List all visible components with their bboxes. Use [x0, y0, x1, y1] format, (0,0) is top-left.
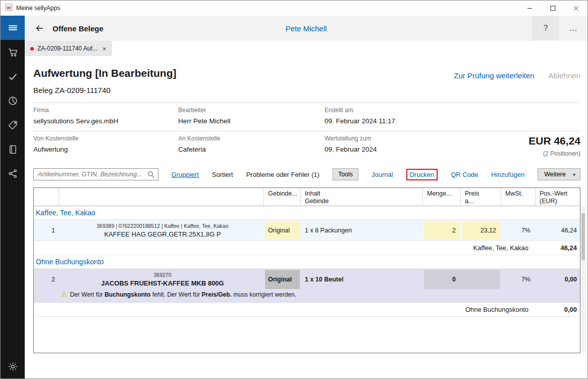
- titlebar: Meine sellyApps: [1, 1, 587, 16]
- cell-gebinde[interactable]: Original: [264, 220, 301, 241]
- sidebar: [1, 16, 25, 378]
- more-actions-button[interactable]: Weitere ▾: [538, 168, 580, 180]
- search-input[interactable]: [34, 171, 147, 178]
- cell-preis[interactable]: 23,12: [461, 220, 501, 241]
- back-button[interactable]: [32, 23, 47, 33]
- hamburger-icon: [9, 24, 17, 31]
- user-link[interactable]: Pete Michell: [286, 24, 327, 33]
- cell-mwst: 7%: [501, 220, 536, 241]
- toolbar: Gruppiert Sortiert Probleme oder Fehler …: [33, 168, 580, 180]
- field-bearbeiter: Bearbeiter Herr Pete Michell: [178, 103, 325, 131]
- positions-table: Gebinde... Inhalt Gebinde Menge... Preis…: [33, 187, 580, 353]
- problems-filter[interactable]: Probleme oder Fehler (1): [246, 171, 319, 178]
- help-button[interactable]: ?: [532, 16, 559, 40]
- table-row-2[interactable]: 2 369270 JACOBS FRUEHST-KAFFEE MKB 800G …: [34, 269, 580, 303]
- cell-gebinde[interactable]: Original: [264, 269, 301, 290]
- close-button[interactable]: [564, 1, 587, 16]
- total-amount: EUR 46,24: [471, 135, 580, 147]
- submit-review-link[interactable]: Zur Prüfung weiterleiten: [454, 71, 534, 80]
- grouped-toggle[interactable]: Gruppiert: [172, 171, 199, 178]
- sidebar-item-share[interactable]: [1, 161, 25, 185]
- document-title: Aufwertung [In Bearbeitung]: [33, 67, 176, 79]
- warning-icon: ⚠: [61, 291, 67, 298]
- sidebar-item-tasks[interactable]: [1, 64, 25, 88]
- maximize-button[interactable]: [541, 1, 564, 16]
- tab-close-icon[interactable]: ×: [102, 45, 106, 53]
- sidebar-item-reports[interactable]: [1, 88, 25, 113]
- tag-icon: [8, 120, 18, 130]
- search-box: [33, 168, 158, 180]
- close-icon: [573, 6, 579, 11]
- sidebar-item-settings[interactable]: [1, 354, 25, 378]
- pie-chart-icon: [8, 96, 18, 106]
- minimize-button[interactable]: [518, 1, 541, 16]
- cell-menge-preis[interactable]: 0: [423, 269, 501, 290]
- row-position: 1: [34, 220, 59, 241]
- cell-inhalt: 1 x 8 Packungen: [301, 220, 423, 241]
- search-icon[interactable]: [147, 171, 155, 178]
- article-meta: 369270: [153, 272, 171, 278]
- reject-link[interactable]: Ablehnen: [549, 71, 580, 80]
- table-row-1[interactable]: 1 369389 | 07622200188512 | Kaffee | Kaf…: [34, 220, 580, 241]
- print-highlight-box: Drucken: [406, 169, 438, 180]
- qr-code-link[interactable]: QR Code: [451, 171, 478, 178]
- document-view: Aufwertung [In Bearbeitung] Beleg ZA-020…: [25, 56, 587, 378]
- tab-bar: ZA-0209-111740 Auf... ×: [25, 41, 587, 56]
- share-icon: [8, 168, 18, 179]
- field-erstellt-am: Erstellt am 09. Februar 2024 11:17: [325, 103, 471, 131]
- document-total: EUR 46,24 (2 Positionen): [471, 131, 580, 163]
- table-header-row: Gebinde... Inhalt Gebinde Menge... Preis…: [34, 188, 580, 206]
- menu-button[interactable]: [1, 16, 25, 40]
- field-von-kostenstelle: Von Kostenstelle Aufwertung: [33, 131, 178, 163]
- col-description: [59, 188, 264, 206]
- sidebar-item-articles[interactable]: [1, 113, 25, 137]
- sorted-toggle[interactable]: Sortiert: [212, 171, 233, 178]
- more-actions-label: Weitere: [544, 171, 566, 178]
- article-meta: 369389 | 07622200188512 | Kaffee | Kaffe…: [97, 223, 229, 229]
- page-title: Offene Belege: [52, 24, 103, 33]
- cell-menge[interactable]: 2: [423, 220, 461, 241]
- sidebar-item-cart[interactable]: [1, 40, 25, 64]
- scrollbar-thumb[interactable]: [581, 213, 585, 260]
- positions-count: (2 Positionen): [471, 150, 580, 157]
- cell-wert: 0,00: [536, 269, 580, 290]
- app-icon: [5, 4, 13, 13]
- row-description: 369270 JACOBS FRUEHST-KAFFEE MKB 800G: [59, 269, 264, 290]
- app-header: Offene Belege Pete Michell ? …: [25, 16, 587, 41]
- book-icon: [8, 144, 18, 155]
- tab-document[interactable]: ZA-0209-111740 Auf... ×: [25, 41, 112, 56]
- maximize-icon: [550, 6, 556, 11]
- info-empty-cell: [471, 103, 580, 131]
- cell-wert: 46,24: [536, 220, 580, 241]
- cell-mwst: 7%: [501, 269, 536, 290]
- back-arrow-icon: [34, 23, 44, 33]
- sidebar-item-journal[interactable]: [1, 137, 25, 161]
- col-wert[interactable]: Pos.-Wert (EUR): [536, 188, 580, 206]
- table-scrollbar[interactable]: [581, 206, 585, 352]
- print-link[interactable]: Drucken: [410, 171, 434, 178]
- tools-button[interactable]: Tools: [333, 168, 358, 180]
- check-icon: [8, 71, 18, 82]
- group-header-kaffee[interactable]: Kaffee, Tee, Kakao: [34, 206, 580, 220]
- col-preis[interactable]: Preis a...: [461, 188, 501, 206]
- article-name: KAFFEE HAG GEGR.GETR.25X1,8G P: [104, 230, 221, 238]
- group-header-ohne-buchungskonto[interactable]: Ohne Buchungskonto: [34, 255, 580, 269]
- cell-inhalt: 1 x 10 Beutel: [301, 269, 423, 290]
- document-info-grid: Firma sellysolutions Serv.ges.mbH Bearbe…: [33, 103, 580, 163]
- row-description: 369389 | 07622200188512 | Kaffee | Kaffe…: [59, 220, 264, 241]
- add-link[interactable]: Hinzufügen: [491, 171, 524, 178]
- gear-icon: [8, 361, 18, 372]
- more-button[interactable]: …: [559, 16, 587, 40]
- col-menge[interactable]: Menge...: [423, 188, 461, 206]
- chevron-down-icon: ▾: [573, 172, 575, 177]
- col-mwst[interactable]: MwSt.: [501, 188, 536, 206]
- tab-label: ZA-0209-111740 Auf...: [37, 45, 97, 52]
- field-an-kostenstelle: An Kostenstelle Cafeteria: [178, 131, 325, 163]
- field-firma: Firma sellysolutions Serv.ges.mbH: [33, 103, 178, 131]
- col-gebinde[interactable]: Gebinde...: [264, 188, 301, 206]
- col-inhalt[interactable]: Inhalt Gebinde: [301, 188, 423, 206]
- window-title: Meine sellyApps: [16, 5, 60, 12]
- journal-link[interactable]: Journal: [371, 171, 393, 178]
- subtotal-row-ohne-buchungskonto: Ohne Buchungskonto 0,00: [34, 303, 580, 317]
- row-position: 2: [34, 269, 59, 290]
